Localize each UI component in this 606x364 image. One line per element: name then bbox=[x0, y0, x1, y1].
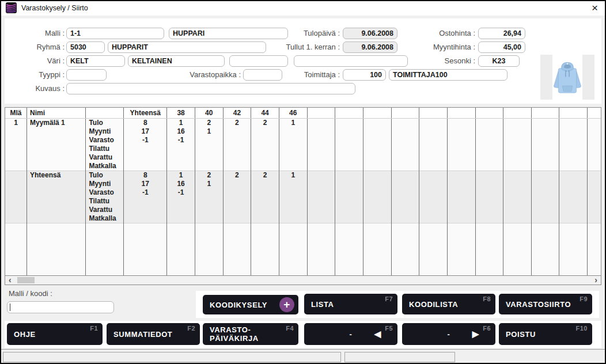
table-row[interactable]: Varasto-1-1 bbox=[5, 136, 601, 145]
table-row[interactable]: YhteensäTulo812221 bbox=[5, 170, 601, 180]
value-cell bbox=[124, 162, 167, 171]
vari-code-field[interactable] bbox=[66, 55, 125, 67]
value-cell bbox=[223, 153, 251, 162]
column-header: 42 bbox=[223, 108, 251, 118]
tulopaiva-field[interactable] bbox=[343, 28, 397, 39]
table-row[interactable]: Matkalla bbox=[5, 214, 601, 223]
value-cell bbox=[363, 197, 391, 206]
value-cell bbox=[588, 118, 601, 127]
button-poistu[interactable]: POISTUF10 bbox=[499, 323, 592, 345]
column-header bbox=[475, 108, 503, 118]
column-header: 38 bbox=[167, 108, 195, 118]
sesonki-field[interactable] bbox=[478, 55, 520, 67]
close-icon[interactable]: × bbox=[589, 2, 600, 13]
value-cell bbox=[588, 180, 601, 188]
table-row[interactable]: 1Myymälä 1Tulo812221 bbox=[5, 118, 601, 127]
button-varastopaivakirja[interactable]: VARASTO-PÄIVÄKIRJAF4 bbox=[203, 323, 298, 345]
value-cell bbox=[335, 214, 363, 223]
value-cell bbox=[531, 162, 559, 171]
value-cell bbox=[447, 180, 475, 188]
table-row[interactable]: Matkalla bbox=[5, 162, 601, 171]
tullut-kerran-field[interactable] bbox=[343, 41, 397, 53]
button-label: OHJE bbox=[14, 330, 36, 339]
table-row[interactable]: Myynti17161 bbox=[5, 180, 601, 188]
value-cell bbox=[223, 180, 251, 188]
value-cell: 1 bbox=[279, 170, 307, 180]
value-cell bbox=[124, 214, 167, 223]
malli-koodi-input[interactable] bbox=[7, 301, 114, 313]
value-cell bbox=[251, 162, 279, 171]
table-row[interactable]: Varattu bbox=[5, 206, 601, 214]
value-cell: 1 bbox=[195, 127, 223, 136]
value-cell bbox=[447, 118, 475, 127]
button-prev[interactable]: -◀F5 bbox=[304, 323, 397, 345]
value-cell bbox=[503, 153, 532, 162]
value-cell bbox=[307, 162, 335, 171]
value-cell bbox=[363, 127, 391, 136]
toimittaja-name-field[interactable] bbox=[389, 69, 507, 81]
scroll-left-icon[interactable]: ‹ bbox=[9, 276, 12, 285]
button-next[interactable]: -▶F6 bbox=[402, 323, 495, 345]
scrollbar-thumb[interactable] bbox=[17, 277, 35, 283]
horizontal-scrollbar[interactable]: ‹ › bbox=[5, 275, 601, 285]
myyntihinta-field[interactable] bbox=[478, 41, 525, 53]
vari-extra1-field[interactable] bbox=[229, 55, 288, 67]
table-row[interactable]: Tilattu bbox=[5, 197, 601, 206]
ostohinta-label: Ostohinta : bbox=[396, 28, 475, 39]
status-field-1 bbox=[3, 352, 341, 362]
value-cell bbox=[588, 197, 601, 206]
table-row[interactable]: Tilattu bbox=[5, 145, 601, 153]
table-row[interactable]: Varasto-1-1 bbox=[5, 188, 601, 197]
tyyppi-field[interactable] bbox=[66, 69, 107, 81]
value-cell bbox=[559, 214, 588, 223]
button-summatiedot[interactable]: SUMMATIEDOTF2 bbox=[107, 323, 200, 345]
value-cell bbox=[531, 180, 559, 188]
stock-table-container[interactable]: MläNimiYhteensä38404244461Myymälä 1Tulo8… bbox=[5, 107, 601, 275]
column-header: 40 bbox=[195, 108, 223, 118]
button-koodilista[interactable]: KOODILISTAF8 bbox=[402, 294, 495, 314]
vari-extra2-field[interactable] bbox=[294, 55, 408, 67]
value-cell bbox=[419, 214, 448, 223]
malli-code-field[interactable] bbox=[66, 28, 164, 39]
kuvaus-field[interactable] bbox=[66, 83, 355, 94]
value-cell bbox=[559, 127, 588, 136]
value-cell bbox=[503, 162, 532, 171]
button-lista[interactable]: LISTAF7 bbox=[304, 294, 397, 314]
scroll-right-icon[interactable]: › bbox=[594, 276, 597, 285]
value-cell bbox=[391, 145, 419, 153]
value-cell bbox=[391, 170, 419, 180]
vari-name-field[interactable] bbox=[128, 55, 225, 67]
value-cell bbox=[363, 162, 391, 171]
value-cell bbox=[531, 145, 559, 153]
column-header bbox=[447, 108, 475, 118]
table-row[interactable]: Varattu bbox=[5, 153, 601, 162]
value-cell: -1 bbox=[167, 188, 195, 197]
value-cell bbox=[531, 118, 559, 127]
value-cell bbox=[307, 118, 335, 127]
value-cell bbox=[503, 145, 532, 153]
value-cell bbox=[531, 127, 559, 136]
value-cell bbox=[223, 145, 251, 153]
value-cell: 2 bbox=[223, 170, 251, 180]
ryhma-name-field[interactable] bbox=[108, 41, 266, 53]
value-cell bbox=[363, 145, 391, 153]
button-koodikysely[interactable]: KOODIKYSELY+ bbox=[203, 295, 298, 314]
button-ohje[interactable]: OHJEF1 bbox=[7, 323, 103, 345]
ryhma-code-field[interactable] bbox=[66, 41, 105, 53]
ostohinta-field[interactable] bbox=[478, 28, 525, 39]
value-cell bbox=[503, 206, 532, 214]
window-title: Varastokysely / Siirto bbox=[21, 4, 88, 12]
varastopaikka-label: Varastopaikka : bbox=[149, 69, 241, 81]
value-cell bbox=[559, 197, 588, 206]
value-cell: 1 bbox=[279, 118, 307, 127]
value-cell bbox=[391, 214, 419, 223]
measure-label-cell: Tilattu bbox=[86, 145, 124, 153]
button-label: KOODIKYSELY bbox=[210, 301, 267, 309]
value-cell bbox=[391, 188, 419, 197]
toimittaja-code-field[interactable] bbox=[343, 69, 386, 81]
value-cell bbox=[503, 136, 532, 145]
column-header bbox=[588, 108, 601, 118]
button-varastosiirto[interactable]: VARASTOSIIRTOF9 bbox=[499, 294, 592, 314]
value-cell bbox=[307, 206, 335, 214]
table-row[interactable]: Myynti17161 bbox=[5, 127, 601, 136]
